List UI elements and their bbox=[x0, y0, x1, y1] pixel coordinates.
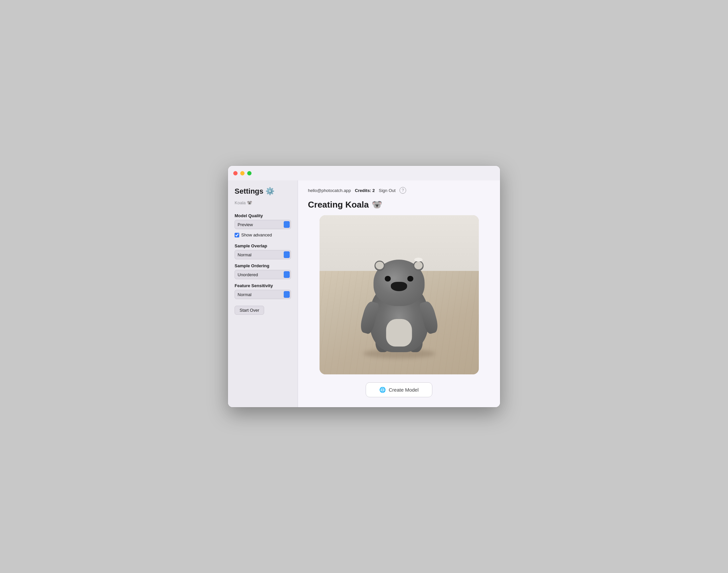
koala-eye-left bbox=[385, 276, 391, 281]
sample-ordering-select-wrapper: Unordered Sequential bbox=[235, 270, 291, 279]
subtitle-text: Koala bbox=[235, 200, 246, 205]
minimize-button[interactable] bbox=[240, 171, 245, 175]
sidebar: Settings ⚙️ Koala 🐨 Model Quality Previe… bbox=[228, 180, 298, 407]
close-button[interactable] bbox=[233, 171, 238, 175]
koala-body bbox=[362, 260, 436, 352]
koala-belly bbox=[386, 319, 412, 347]
koala-emoji-sidebar: 🐨 bbox=[247, 200, 252, 205]
credits-display: Credits: 2 bbox=[355, 188, 375, 193]
show-advanced-checkbox[interactable] bbox=[235, 233, 239, 238]
model-quality-select[interactable]: Preview Normal High bbox=[235, 220, 291, 229]
sample-overlap-select-wrapper: Normal Low High bbox=[235, 250, 291, 259]
show-advanced-label: Show advanced bbox=[241, 232, 272, 238]
koala-image-container bbox=[320, 215, 479, 374]
top-bar: hello@photocatch.app Credits: 2 Sign Out… bbox=[308, 187, 490, 194]
page-title-text: Creating Koala bbox=[308, 200, 369, 210]
feature-sensitivity-label: Feature Sensitivity bbox=[235, 283, 291, 288]
model-quality-label: Model Quality bbox=[235, 213, 291, 218]
koala-ear-left bbox=[374, 261, 385, 271]
sidebar-title: Settings ⚙️ bbox=[235, 187, 291, 196]
page-title: Creating Koala 🐨 bbox=[308, 200, 490, 210]
app-window: Settings ⚙️ Koala 🐨 Model Quality Previe… bbox=[228, 166, 500, 407]
sidebar-title-text: Settings bbox=[235, 187, 263, 196]
sign-out-button[interactable]: Sign Out bbox=[379, 188, 396, 193]
koala-scene bbox=[320, 215, 479, 374]
create-model-label: Create Model bbox=[389, 387, 419, 393]
user-email: hello@photocatch.app bbox=[308, 188, 351, 193]
main-layout: Settings ⚙️ Koala 🐨 Model Quality Previe… bbox=[228, 180, 500, 407]
feature-sensitivity-select[interactable]: Normal Low High bbox=[235, 290, 291, 299]
titlebar bbox=[228, 166, 500, 180]
koala-head bbox=[373, 260, 425, 306]
help-button[interactable]: ? bbox=[399, 187, 406, 194]
koala-nose bbox=[391, 282, 407, 291]
maximize-button[interactable] bbox=[247, 171, 251, 175]
sample-ordering-label: Sample Ordering bbox=[235, 263, 291, 268]
globe-icon: 🌐 bbox=[379, 387, 386, 393]
koala-eye-right bbox=[407, 276, 414, 281]
content-area: hello@photocatch.app Credits: 2 Sign Out… bbox=[298, 180, 500, 407]
sample-overlap-label: Sample Overlap bbox=[235, 244, 291, 248]
traffic-lights bbox=[233, 171, 251, 175]
model-quality-select-wrapper: Preview Normal High bbox=[235, 220, 291, 229]
koala-emoji-title: 🐨 bbox=[372, 200, 382, 210]
sidebar-subtitle: Koala 🐨 bbox=[235, 200, 291, 205]
start-over-button[interactable]: Start Over bbox=[235, 306, 264, 315]
sample-overlap-select[interactable]: Normal Low High bbox=[235, 250, 291, 259]
koala-ear-right bbox=[414, 261, 424, 271]
feature-sensitivity-select-wrapper: Normal Low High bbox=[235, 290, 291, 299]
koala-image bbox=[320, 215, 479, 374]
show-advanced-row: Show advanced bbox=[235, 232, 291, 238]
settings-icon: ⚙️ bbox=[265, 187, 275, 196]
sample-ordering-select[interactable]: Unordered Sequential bbox=[235, 270, 291, 279]
create-model-button[interactable]: 🌐 Create Model bbox=[366, 382, 432, 397]
